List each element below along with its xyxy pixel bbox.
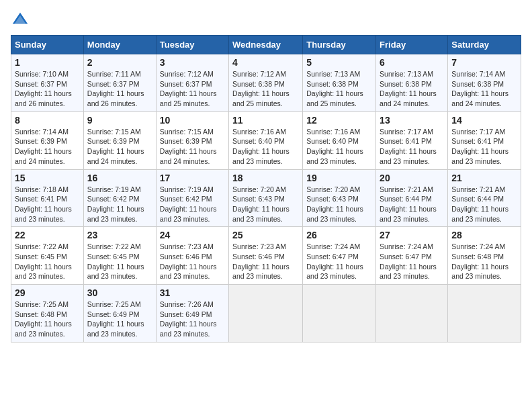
calendar-cell: 1Sunrise: 7:10 AM Sunset: 6:37 PM Daylig… bbox=[11, 54, 84, 112]
calendar-cell: 20Sunrise: 7:21 AM Sunset: 6:44 PM Dayli… bbox=[376, 169, 448, 227]
day-number: 2 bbox=[87, 57, 152, 68]
day-number: 10 bbox=[160, 115, 225, 126]
calendar-cell: 29Sunrise: 7:25 AM Sunset: 6:48 PM Dayli… bbox=[11, 285, 84, 342]
calendar-cell: 26Sunrise: 7:24 AM Sunset: 6:47 PM Dayli… bbox=[303, 227, 376, 285]
logo bbox=[11, 11, 32, 30]
day-number: 31 bbox=[160, 287, 225, 298]
day-number: 15 bbox=[15, 173, 80, 183]
day-detail: Sunrise: 7:24 AM Sunset: 6:48 PM Dayligh… bbox=[451, 242, 517, 281]
calendar-cell: 19Sunrise: 7:20 AM Sunset: 6:43 PM Dayli… bbox=[303, 169, 376, 227]
day-number: 29 bbox=[15, 287, 80, 298]
col-header-sunday: Sunday bbox=[11, 36, 84, 54]
calendar-cell bbox=[448, 285, 521, 342]
day-detail: Sunrise: 7:14 AM Sunset: 6:39 PM Dayligh… bbox=[15, 127, 80, 167]
day-detail: Sunrise: 7:20 AM Sunset: 6:43 PM Dayligh… bbox=[306, 185, 372, 224]
day-detail: Sunrise: 7:24 AM Sunset: 6:47 PM Dayligh… bbox=[306, 242, 372, 281]
day-number: 12 bbox=[306, 115, 372, 126]
day-number: 19 bbox=[306, 173, 372, 183]
day-detail: Sunrise: 7:25 AM Sunset: 6:48 PM Dayligh… bbox=[15, 300, 80, 339]
calendar-cell bbox=[229, 285, 303, 342]
calendar-week-2: 8Sunrise: 7:14 AM Sunset: 6:39 PM Daylig… bbox=[11, 111, 521, 169]
calendar-cell: 22Sunrise: 7:22 AM Sunset: 6:45 PM Dayli… bbox=[11, 227, 84, 285]
day-number: 20 bbox=[380, 173, 444, 183]
day-detail: Sunrise: 7:21 AM Sunset: 6:44 PM Dayligh… bbox=[380, 185, 444, 224]
day-number: 7 bbox=[451, 57, 517, 68]
logo-icon bbox=[11, 11, 30, 30]
day-detail: Sunrise: 7:16 AM Sunset: 6:40 PM Dayligh… bbox=[306, 127, 372, 167]
day-number: 9 bbox=[87, 115, 152, 126]
calendar-cell: 4Sunrise: 7:12 AM Sunset: 6:38 PM Daylig… bbox=[229, 54, 303, 112]
day-number: 5 bbox=[306, 57, 372, 68]
calendar-cell: 11Sunrise: 7:16 AM Sunset: 6:40 PM Dayli… bbox=[229, 111, 303, 169]
day-detail: Sunrise: 7:14 AM Sunset: 6:38 PM Dayligh… bbox=[451, 69, 517, 109]
col-header-saturday: Saturday bbox=[448, 36, 521, 54]
day-detail: Sunrise: 7:17 AM Sunset: 6:41 PM Dayligh… bbox=[451, 127, 517, 167]
day-number: 3 bbox=[160, 57, 225, 68]
page-header bbox=[11, 11, 521, 30]
calendar-week-1: 1Sunrise: 7:10 AM Sunset: 6:37 PM Daylig… bbox=[11, 54, 521, 112]
calendar-cell: 17Sunrise: 7:19 AM Sunset: 6:42 PM Dayli… bbox=[156, 169, 228, 227]
calendar-cell bbox=[376, 285, 448, 342]
day-detail: Sunrise: 7:24 AM Sunset: 6:47 PM Dayligh… bbox=[380, 242, 444, 281]
calendar-week-5: 29Sunrise: 7:25 AM Sunset: 6:48 PM Dayli… bbox=[11, 285, 521, 342]
calendar-cell: 30Sunrise: 7:25 AM Sunset: 6:49 PM Dayli… bbox=[83, 285, 156, 342]
day-detail: Sunrise: 7:26 AM Sunset: 6:49 PM Dayligh… bbox=[160, 300, 225, 339]
calendar-cell: 28Sunrise: 7:24 AM Sunset: 6:48 PM Dayli… bbox=[448, 227, 521, 285]
day-detail: Sunrise: 7:19 AM Sunset: 6:42 PM Dayligh… bbox=[160, 185, 225, 224]
calendar-week-4: 22Sunrise: 7:22 AM Sunset: 6:45 PM Dayli… bbox=[11, 227, 521, 285]
calendar-cell: 14Sunrise: 7:17 AM Sunset: 6:41 PM Dayli… bbox=[448, 111, 521, 169]
day-number: 11 bbox=[232, 115, 299, 126]
day-detail: Sunrise: 7:10 AM Sunset: 6:37 PM Dayligh… bbox=[15, 69, 80, 109]
day-number: 14 bbox=[451, 115, 517, 126]
day-detail: Sunrise: 7:22 AM Sunset: 6:45 PM Dayligh… bbox=[87, 242, 152, 281]
day-detail: Sunrise: 7:15 AM Sunset: 6:39 PM Dayligh… bbox=[87, 127, 152, 167]
day-detail: Sunrise: 7:19 AM Sunset: 6:42 PM Dayligh… bbox=[87, 185, 152, 224]
day-number: 16 bbox=[87, 173, 152, 183]
calendar-cell: 24Sunrise: 7:23 AM Sunset: 6:46 PM Dayli… bbox=[156, 227, 228, 285]
day-detail: Sunrise: 7:13 AM Sunset: 6:38 PM Dayligh… bbox=[306, 69, 372, 109]
day-detail: Sunrise: 7:20 AM Sunset: 6:43 PM Dayligh… bbox=[232, 185, 299, 224]
day-number: 21 bbox=[451, 173, 517, 183]
day-detail: Sunrise: 7:22 AM Sunset: 6:45 PM Dayligh… bbox=[15, 242, 80, 281]
calendar-cell: 2Sunrise: 7:11 AM Sunset: 6:37 PM Daylig… bbox=[83, 54, 156, 112]
calendar-cell bbox=[303, 285, 376, 342]
calendar-cell: 5Sunrise: 7:13 AM Sunset: 6:38 PM Daylig… bbox=[303, 54, 376, 112]
day-detail: Sunrise: 7:13 AM Sunset: 6:38 PM Dayligh… bbox=[380, 69, 444, 109]
calendar-cell: 10Sunrise: 7:15 AM Sunset: 6:39 PM Dayli… bbox=[156, 111, 228, 169]
day-detail: Sunrise: 7:12 AM Sunset: 6:37 PM Dayligh… bbox=[160, 69, 225, 109]
calendar-cell: 23Sunrise: 7:22 AM Sunset: 6:45 PM Dayli… bbox=[83, 227, 156, 285]
calendar-cell: 7Sunrise: 7:14 AM Sunset: 6:38 PM Daylig… bbox=[448, 54, 521, 112]
calendar-cell: 16Sunrise: 7:19 AM Sunset: 6:42 PM Dayli… bbox=[83, 169, 156, 227]
col-header-monday: Monday bbox=[83, 36, 156, 54]
day-detail: Sunrise: 7:23 AM Sunset: 6:46 PM Dayligh… bbox=[232, 242, 299, 281]
day-number: 23 bbox=[87, 230, 152, 240]
col-header-friday: Friday bbox=[376, 36, 448, 54]
calendar-cell: 12Sunrise: 7:16 AM Sunset: 6:40 PM Dayli… bbox=[303, 111, 376, 169]
col-header-thursday: Thursday bbox=[303, 36, 376, 54]
day-number: 22 bbox=[15, 230, 80, 240]
day-detail: Sunrise: 7:25 AM Sunset: 6:49 PM Dayligh… bbox=[87, 300, 152, 339]
calendar-week-3: 15Sunrise: 7:18 AM Sunset: 6:41 PM Dayli… bbox=[11, 169, 521, 227]
day-detail: Sunrise: 7:23 AM Sunset: 6:46 PM Dayligh… bbox=[160, 242, 225, 281]
col-header-tuesday: Tuesday bbox=[156, 36, 228, 54]
day-number: 4 bbox=[232, 57, 299, 68]
calendar-cell: 18Sunrise: 7:20 AM Sunset: 6:43 PM Dayli… bbox=[229, 169, 303, 227]
calendar-cell: 3Sunrise: 7:12 AM Sunset: 6:37 PM Daylig… bbox=[156, 54, 228, 112]
day-number: 6 bbox=[380, 57, 444, 68]
day-detail: Sunrise: 7:11 AM Sunset: 6:37 PM Dayligh… bbox=[87, 69, 152, 109]
day-number: 25 bbox=[232, 230, 299, 240]
day-number: 28 bbox=[451, 230, 517, 240]
day-detail: Sunrise: 7:17 AM Sunset: 6:41 PM Dayligh… bbox=[380, 127, 444, 167]
day-detail: Sunrise: 7:15 AM Sunset: 6:39 PM Dayligh… bbox=[160, 127, 225, 167]
calendar-cell: 21Sunrise: 7:21 AM Sunset: 6:44 PM Dayli… bbox=[448, 169, 521, 227]
col-header-wednesday: Wednesday bbox=[229, 36, 303, 54]
calendar-cell: 31Sunrise: 7:26 AM Sunset: 6:49 PM Dayli… bbox=[156, 285, 228, 342]
day-number: 27 bbox=[380, 230, 444, 240]
day-number: 26 bbox=[306, 230, 372, 240]
day-number: 1 bbox=[15, 57, 80, 68]
column-header-row: SundayMondayTuesdayWednesdayThursdayFrid… bbox=[11, 36, 521, 54]
day-detail: Sunrise: 7:18 AM Sunset: 6:41 PM Dayligh… bbox=[15, 185, 80, 224]
day-detail: Sunrise: 7:16 AM Sunset: 6:40 PM Dayligh… bbox=[232, 127, 299, 167]
day-number: 18 bbox=[232, 173, 299, 183]
day-detail: Sunrise: 7:12 AM Sunset: 6:38 PM Dayligh… bbox=[232, 69, 299, 109]
